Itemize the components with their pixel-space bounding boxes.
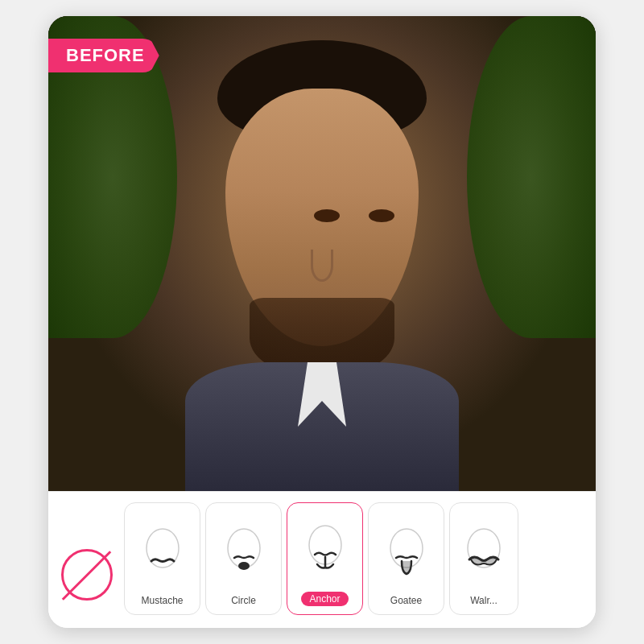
- anchor-beard-icon: [298, 521, 353, 585]
- photo-area: BEFORE: [48, 16, 596, 491]
- goatee-label: Goatee: [390, 595, 422, 606]
- goatee-icon: [379, 524, 434, 588]
- before-badge: BEFORE: [48, 39, 159, 72]
- beard-option-goatee[interactable]: Goatee: [368, 502, 444, 615]
- anchor-label: Anchor: [301, 592, 348, 606]
- svg-point-1: [228, 529, 260, 568]
- eye-right: [369, 209, 394, 222]
- no-beard-icon: [61, 549, 113, 601]
- svg-point-2: [238, 562, 250, 570]
- beard-option-walrus[interactable]: Walr...: [449, 502, 518, 615]
- walrus-label: Walr...: [470, 595, 497, 606]
- beard-option-anchor[interactable]: Anchor: [287, 502, 363, 615]
- walrus-icon: [456, 524, 511, 588]
- circle-label: Circle: [231, 595, 256, 606]
- beard-option-circle[interactable]: Circle: [205, 502, 282, 615]
- mustache-icon: [135, 524, 190, 588]
- nose: [311, 250, 333, 282]
- photo-background: [48, 16, 596, 491]
- suit: [185, 362, 459, 491]
- beard-toolbar: Mustache Circle: [48, 491, 596, 628]
- beard-option-none[interactable]: [55, 502, 119, 615]
- beard-option-mustache[interactable]: Mustache: [124, 502, 200, 615]
- face-skin: [225, 89, 419, 346]
- foliage-right: [467, 16, 596, 338]
- collar: [298, 362, 346, 427]
- circle-beard-icon: [217, 524, 271, 588]
- mustache-label: Mustache: [141, 595, 183, 606]
- eye-left: [314, 209, 340, 222]
- app-container: BEFORE Mustache: [48, 16, 596, 628]
